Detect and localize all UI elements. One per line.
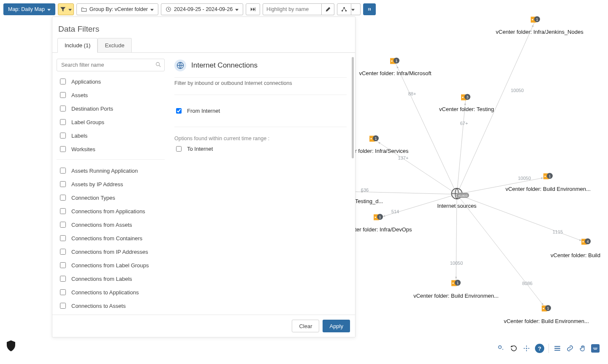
node-label: vCenter folder: Build Environmen... [504, 318, 589, 324]
settings-icon[interactable] [497, 344, 505, 353]
internet-sources-node[interactable]: 41803 [451, 187, 463, 201]
filter-checkbox[interactable] [60, 146, 66, 152]
filter-item[interactable]: Connections to Assets [57, 299, 165, 312]
filter-item[interactable]: Connections from Containers [57, 231, 165, 245]
filter-item[interactable]: Connections from Label Groups [57, 258, 165, 272]
filter-checkbox[interactable] [60, 276, 66, 282]
filter-search-input[interactable] [57, 59, 165, 71]
svg-rect-5 [369, 8, 370, 9]
filter-checkbox[interactable] [60, 168, 66, 174]
node-tag-icon[interactable]: 3 [460, 94, 471, 103]
date-range-button[interactable]: 2024-09-25 - 2024-09-26 [161, 3, 243, 15]
recenter-icon[interactable] [522, 344, 531, 353]
node-tag-icon[interactable]: 1 [451, 280, 461, 288]
filter-checkbox[interactable] [60, 92, 66, 98]
filter-item[interactable]: Connection Types [57, 191, 165, 204]
filter-checkbox[interactable] [60, 222, 66, 228]
node-badge: 3 [464, 94, 470, 100]
filter-checkbox[interactable] [60, 119, 66, 125]
to-internet-checkbox[interactable] [176, 146, 182, 152]
filter-item[interactable]: Connections to Containers [57, 312, 165, 315]
to-internet-row[interactable]: To Internet [174, 141, 347, 156]
divider [548, 344, 549, 353]
filter-item[interactable]: Connections to Applications [57, 285, 165, 299]
filter-label: Connections from Label Groups [71, 262, 149, 269]
svg-point-48 [452, 283, 453, 284]
filter-checkbox[interactable] [60, 249, 66, 255]
clock-icon [166, 6, 171, 12]
filter-checkbox[interactable] [60, 262, 66, 268]
panel-scrollbar[interactable] [352, 57, 354, 158]
filter-item[interactable]: Destination Ports [57, 102, 165, 115]
folder-icon [81, 6, 87, 12]
node-label: vCenter folder: Testing [439, 106, 494, 112]
from-internet-checkbox[interactable] [176, 108, 182, 114]
node-tag-icon[interactable]: 1 [541, 305, 552, 314]
filter-checkbox[interactable] [60, 208, 66, 214]
link-icon[interactable] [566, 344, 574, 353]
node-tag-icon[interactable]: 1 [543, 173, 554, 182]
layout-button[interactable] [337, 3, 351, 15]
filter-item[interactable]: Assets [57, 88, 165, 102]
filter-item[interactable]: Connections from Labels [57, 272, 165, 285]
filter-label: Connections from Assets [71, 222, 132, 228]
filter-checkbox[interactable] [60, 195, 66, 201]
filter-checkbox[interactable] [60, 181, 66, 187]
tab-exclude[interactable]: Exclude [98, 38, 131, 52]
node-tag-icon[interactable]: 1 [389, 57, 400, 66]
node-label: vCenter folder: Build [551, 252, 600, 258]
node-tag-icon[interactable]: 1 [530, 16, 541, 25]
filter-checkbox[interactable] [60, 106, 66, 111]
node-tag-icon[interactable]: 1 [369, 135, 380, 144]
list-view-icon[interactable] [553, 344, 562, 353]
svg-point-52 [526, 348, 527, 349]
filter-item[interactable]: Labels [57, 129, 165, 142]
save-button[interactable] [363, 3, 376, 15]
fast-forward-icon [250, 6, 256, 12]
fast-forward-button[interactable] [246, 3, 260, 15]
filter-item[interactable]: Assets by IP Address [57, 177, 165, 191]
chevron-down-icon [235, 6, 239, 12]
filter-item[interactable]: Connections from Applications [57, 204, 165, 218]
layout-dropdown-button[interactable] [351, 3, 361, 15]
shield-icon[interactable] [6, 340, 16, 353]
detail-subtitle: Filter by inbound or outbound Internet c… [174, 80, 347, 86]
filter-button[interactable] [58, 3, 74, 15]
svg-rect-1 [255, 8, 255, 11]
node-tag-icon[interactable]: 4 [581, 238, 592, 247]
filter-checkbox[interactable] [60, 79, 66, 84]
refresh-icon[interactable] [510, 344, 518, 353]
node-tag-icon[interactable]: 1 [373, 214, 384, 223]
help-button[interactable]: ? [535, 344, 544, 353]
filter-checkbox[interactable] [60, 235, 66, 241]
group-by-button[interactable]: Group By: vCenter folder [76, 3, 158, 15]
clear-button[interactable]: Clear [292, 320, 319, 332]
map-select-button[interactable]: Map: Daily Map [3, 3, 55, 15]
filter-checkbox[interactable] [60, 303, 66, 309]
highlight-input[interactable] [263, 3, 322, 15]
filter-item[interactable]: Worksites [57, 142, 165, 156]
panel-title: Data Filters [52, 17, 355, 38]
from-internet-row[interactable]: From Internet [174, 103, 347, 118]
svg-point-42 [391, 60, 392, 62]
keyboard-icon[interactable] [591, 344, 600, 353]
filter-item[interactable]: Connections from IP Addresses [57, 245, 165, 258]
action-bar: ? [497, 344, 600, 353]
filter-checkbox[interactable] [60, 289, 66, 295]
save-icon [368, 6, 371, 12]
hand-pan-icon[interactable] [578, 344, 587, 353]
filter-label: Label Groups [71, 119, 104, 125]
filter-item[interactable]: Applications [57, 75, 165, 88]
node-badge: 1 [455, 280, 461, 286]
detail-title: Internet Connections [191, 61, 258, 70]
pencil-icon [325, 6, 331, 12]
apply-button[interactable]: Apply [323, 320, 350, 332]
highlight-edit-button[interactable] [322, 3, 334, 15]
filter-item[interactable]: Connections from Assets [57, 218, 165, 231]
svg-point-41 [532, 19, 533, 20]
filter-checkbox[interactable] [60, 133, 66, 139]
filter-item[interactable]: Assets Running Application [57, 164, 165, 177]
tab-include[interactable]: Include (1) [57, 38, 98, 53]
filter-item[interactable]: Label Groups [57, 115, 165, 129]
tabs: Include (1) Exclude [52, 38, 355, 53]
